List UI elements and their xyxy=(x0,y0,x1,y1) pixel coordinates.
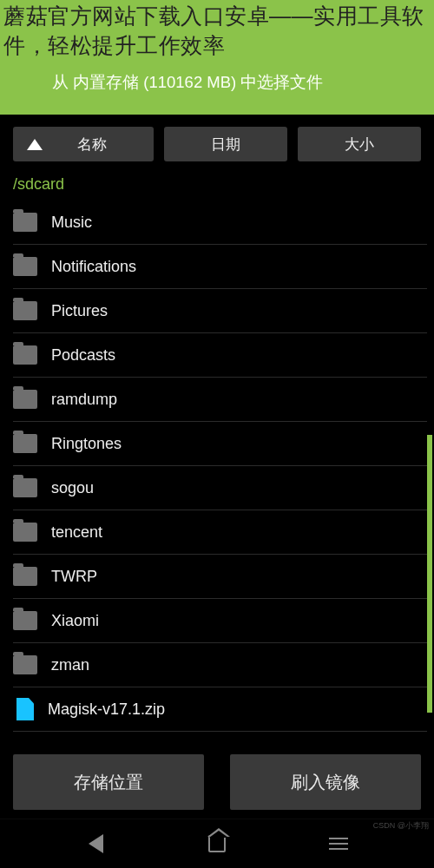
sort-date-label: 日期 xyxy=(211,135,240,155)
back-icon xyxy=(89,834,103,853)
folder-icon xyxy=(13,478,37,497)
folder-row[interactable]: Pictures xyxy=(13,289,427,333)
file-name-label: TWRP xyxy=(51,568,97,586)
file-name-label: tencent xyxy=(51,523,102,542)
file-name-label: Ringtones xyxy=(51,435,122,453)
file-name-label: Pictures xyxy=(51,302,108,320)
page-overlay-title: 蘑菇官方网站下载入口安卓——实用工具软件，轻松提升工作效率 xyxy=(0,0,434,62)
file-name-label: Podcasts xyxy=(51,346,115,365)
nav-home-button[interactable] xyxy=(205,832,229,856)
android-navbar xyxy=(0,819,434,867)
scrollbar-thumb[interactable] xyxy=(427,435,432,713)
file-name-label: Music xyxy=(51,214,92,232)
folder-icon xyxy=(13,434,37,453)
home-icon xyxy=(208,835,226,852)
folder-row[interactable]: Music xyxy=(13,201,427,245)
folder-icon xyxy=(13,567,37,586)
folder-row[interactable]: Ringtones xyxy=(13,422,427,466)
sort-by-size[interactable]: 大小 xyxy=(298,127,421,161)
folder-icon xyxy=(13,655,37,674)
file-name-label: Magisk-v17.1.zip xyxy=(48,700,165,719)
flash-image-button[interactable]: 刷入镜像 xyxy=(230,754,421,810)
sort-size-label: 大小 xyxy=(345,135,374,155)
file-list: MusicNotificationsPicturesPodcastsramdum… xyxy=(0,201,434,732)
sort-bar: 名称 日期 大小 xyxy=(0,115,434,168)
file-name-label: sogou xyxy=(51,479,94,497)
folder-row[interactable]: TWRP xyxy=(13,555,427,599)
folder-row[interactable]: Notifications xyxy=(13,245,427,289)
file-list-scroll[interactable]: MusicNotificationsPicturesPodcastsramdum… xyxy=(0,201,434,739)
sort-name-label: 名称 xyxy=(77,135,107,155)
recent-icon xyxy=(329,838,348,850)
file-name-label: Xiaomi xyxy=(51,612,99,630)
sort-by-date[interactable]: 日期 xyxy=(164,127,287,161)
folder-icon xyxy=(13,345,37,365)
file-name-label: zman xyxy=(51,656,89,674)
folder-icon xyxy=(13,390,37,409)
phone-frame: 从 内置存储 (110162 MB) 中选择文件 名称 日期 大小 /sdcar… xyxy=(0,0,434,868)
file-icon xyxy=(16,698,34,720)
folder-row[interactable]: zman xyxy=(13,643,427,687)
folder-row[interactable]: sogou xyxy=(13,466,427,510)
folder-icon xyxy=(13,257,37,276)
folder-row[interactable]: Xiaomi xyxy=(13,599,427,643)
current-path: /sdcard xyxy=(0,168,434,201)
bottom-action-bar: 存储位置 刷入镜像 xyxy=(0,739,434,819)
folder-row[interactable]: ramdump xyxy=(13,378,427,422)
nav-recent-button[interactable] xyxy=(326,832,351,856)
watermark: CSDN @小李翔 xyxy=(373,820,429,832)
folder-row[interactable]: Podcasts xyxy=(13,333,427,378)
header-subtitle: 从 内置存储 (110162 MB) 中选择文件 xyxy=(0,66,434,102)
folder-icon xyxy=(13,301,37,320)
folder-row[interactable]: tencent xyxy=(13,510,427,555)
file-name-label: ramdump xyxy=(51,391,117,409)
file-row[interactable]: Magisk-v17.1.zip xyxy=(13,687,427,732)
sort-by-name[interactable]: 名称 xyxy=(13,127,154,161)
nav-back-button[interactable] xyxy=(83,832,108,856)
storage-location-button[interactable]: 存储位置 xyxy=(13,754,204,810)
folder-icon xyxy=(13,611,37,630)
folder-icon xyxy=(13,523,37,542)
folder-icon xyxy=(13,213,37,232)
file-name-label: Notifications xyxy=(51,258,136,276)
